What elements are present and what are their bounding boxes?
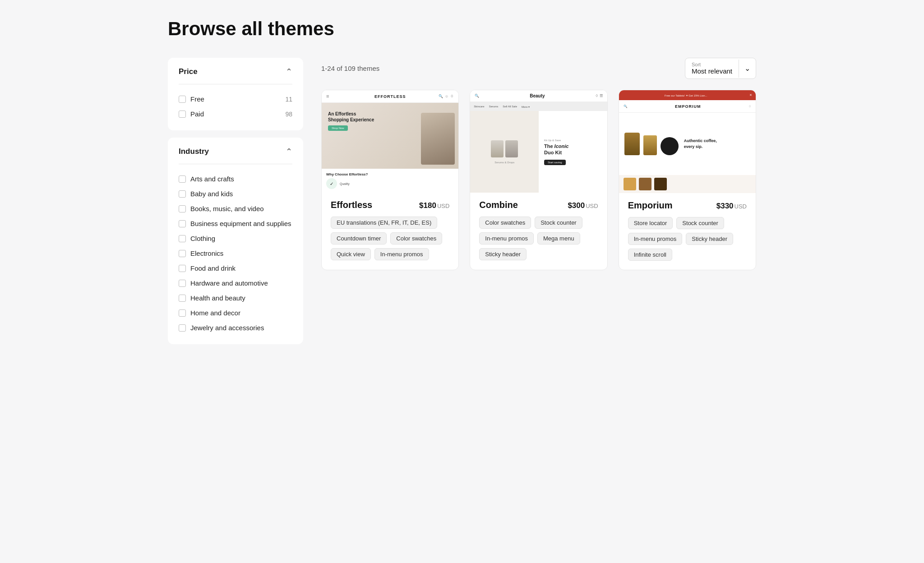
checkbox-health[interactable] — [179, 295, 186, 302]
checkbox-baby[interactable] — [179, 190, 186, 198]
checkbox-arts[interactable] — [179, 175, 186, 183]
theme-tag: Mega menu — [537, 232, 580, 245]
emporium-promo-bar: Free our Tablets! ✦ Get 15% Lion... ✕ — [619, 90, 756, 100]
checkbox-clothing[interactable] — [179, 235, 186, 242]
theme-tag: Color swatches — [390, 232, 442, 245]
emporium-tags: Store locatorStock counterIn-menu promos… — [628, 217, 747, 261]
filter-item-paid: Paid 98 — [179, 106, 292, 121]
sort-label: Sort — [692, 62, 732, 67]
filter-item-jewelry: Jewelry and accessories — [179, 320, 292, 335]
effortless-name-row: Effortless $180USD — [331, 200, 449, 210]
sort-select-wrapper[interactable]: Sort Most relevant ⌄ — [685, 58, 756, 79]
emporium-name: Emporium — [628, 200, 673, 211]
theme-preview-effortless: ☰ EFFORTLESS 🔍 ☺ ♢ An EffortlessShopping… — [322, 90, 458, 193]
checkbox-jewelry[interactable] — [179, 324, 186, 332]
checkbox-food[interactable] — [179, 265, 186, 272]
effortless-price: $180USD — [419, 201, 449, 210]
result-count: 1-24 of 109 themes — [321, 65, 379, 72]
emporium-nav: 🔍 EMPORIUM ♢ — [619, 100, 756, 113]
emporium-thumbnails — [619, 175, 756, 193]
label-baby: Baby and kids — [190, 190, 292, 198]
label-hardware: Hardware and automotive — [190, 279, 292, 287]
theme-tag: Sticky header — [479, 248, 527, 260]
sort-inner: Sort Most relevant — [685, 58, 739, 78]
combine-tags: Color swatchesStock counterIn-menu promo… — [479, 217, 598, 260]
industry-filter-section: Industry ⌃ Arts and crafts Baby and kids… — [168, 138, 303, 344]
themes-grid: ☰ EFFORTLESS 🔍 ☺ ♢ An EffortlessShopping… — [321, 90, 756, 270]
theme-preview-emporium: Free our Tablets! ✦ Get 15% Lion... ✕ 🔍 … — [619, 90, 756, 193]
theme-tag: Countdown timer — [331, 232, 387, 245]
filter-item-home: Home and decor — [179, 305, 292, 320]
label-jewelry: Jewelry and accessories — [190, 324, 292, 332]
industry-filter-title: Industry — [179, 147, 209, 156]
combine-nav: Skincare Serums Sell All Sale More ▾ — [470, 102, 607, 111]
theme-card-effortless[interactable]: ☰ EFFORTLESS 🔍 ☺ ♢ An EffortlessShopping… — [321, 90, 459, 270]
free-count: 11 — [285, 96, 292, 103]
label-food: Food and drink — [190, 264, 292, 272]
label-books: Books, music, and video — [190, 205, 292, 212]
filter-item-business: Business equipment and supplies — [179, 216, 292, 231]
combine-content: Serums & Drops Kit Up & Save The IconicD… — [470, 111, 607, 193]
filter-item-clothing: Clothing — [179, 231, 292, 246]
paid-label: Paid — [190, 110, 281, 118]
theme-tag: Color swatches — [479, 217, 531, 229]
content-header: 1-24 of 109 themes Sort Most relevant ⌄ — [321, 58, 756, 79]
effortless-topbar: ☰ EFFORTLESS 🔍 ☺ ♢ — [322, 90, 458, 103]
checkbox-books[interactable] — [179, 205, 186, 212]
theme-tag: In-menu promos — [374, 248, 429, 260]
price-chevron-icon: ⌃ — [286, 67, 292, 77]
sort-chevron-icon: ⌄ — [744, 64, 750, 73]
filter-item-arts: Arts and crafts — [179, 171, 292, 186]
page-title: Browse all themes — [168, 18, 756, 40]
theme-card-combine[interactable]: 🔍 Beauty ♢ ☰ Skincare Serums Sell All Sa… — [470, 90, 607, 270]
checkbox-hardware[interactable] — [179, 280, 186, 287]
emporium-info: Emporium $330USD Store locatorStock coun… — [619, 193, 756, 270]
sort-value: Most relevant — [692, 67, 732, 75]
price-divider — [179, 84, 292, 84]
label-home: Home and decor — [190, 309, 292, 317]
theme-tag: Sticky header — [686, 233, 733, 245]
theme-tag: Quick view — [331, 248, 371, 260]
sort-chevron-button[interactable]: ⌄ — [739, 64, 756, 73]
effortless-name: Effortless — [331, 200, 372, 210]
theme-tag: Stock counter — [676, 217, 724, 229]
theme-tag: In-menu promos — [479, 232, 534, 245]
theme-tag: Stock counter — [535, 217, 582, 229]
theme-card-emporium[interactable]: Free our Tablets! ✦ Get 15% Lion... ✕ 🔍 … — [619, 90, 756, 270]
label-clothing: Clothing — [190, 235, 292, 242]
theme-tag: Store locator — [628, 217, 673, 229]
theme-preview-combine: 🔍 Beauty ♢ ☰ Skincare Serums Sell All Sa… — [470, 90, 607, 193]
combine-name: Combine — [479, 200, 518, 210]
filter-item-free: Free 11 — [179, 92, 292, 106]
industry-chevron-icon: ⌃ — [286, 147, 292, 157]
filter-item-food: Food and drink — [179, 261, 292, 276]
emporium-hero: Authentic coffee,every sip. — [619, 113, 756, 175]
price-filter-title: Price — [179, 67, 198, 76]
free-checkbox[interactable] — [179, 96, 186, 103]
emporium-name-row: Emporium $330USD — [628, 200, 747, 211]
filter-item-hardware: Hardware and automotive — [179, 276, 292, 291]
paid-count: 98 — [285, 111, 292, 118]
label-health: Health and beauty — [190, 294, 292, 302]
content-area: 1-24 of 109 themes Sort Most relevant ⌄ — [321, 58, 756, 270]
checkbox-electronics[interactable] — [179, 250, 186, 257]
emporium-price: $330USD — [716, 202, 747, 211]
industry-divider — [179, 164, 292, 164]
combine-topbar: 🔍 Beauty ♢ ☰ — [470, 90, 607, 102]
free-label: Free — [190, 95, 281, 103]
price-filter-section: Price ⌃ Free 11 Paid 98 — [168, 58, 303, 130]
label-electronics: Electronics — [190, 249, 292, 257]
combine-price: $300USD — [568, 201, 598, 210]
paid-checkbox[interactable] — [179, 111, 186, 118]
checkbox-home[interactable] — [179, 309, 186, 317]
effortless-lower: Why Choose Effortless? ✓ Quality — [322, 169, 458, 193]
label-business: Business equipment and supplies — [190, 220, 292, 227]
theme-tag: EU translations (EN, FR, IT, DE, ES) — [331, 217, 437, 229]
effortless-hero: An EffortlessShopping Experience Shop No… — [322, 103, 458, 169]
checkbox-business[interactable] — [179, 220, 186, 227]
industry-filter-header[interactable]: Industry ⌃ — [179, 147, 292, 157]
theme-tag: Infinite scroll — [628, 249, 672, 261]
price-filter-header[interactable]: Price ⌃ — [179, 67, 292, 77]
label-arts: Arts and crafts — [190, 175, 292, 183]
filter-item-health: Health and beauty — [179, 291, 292, 305]
